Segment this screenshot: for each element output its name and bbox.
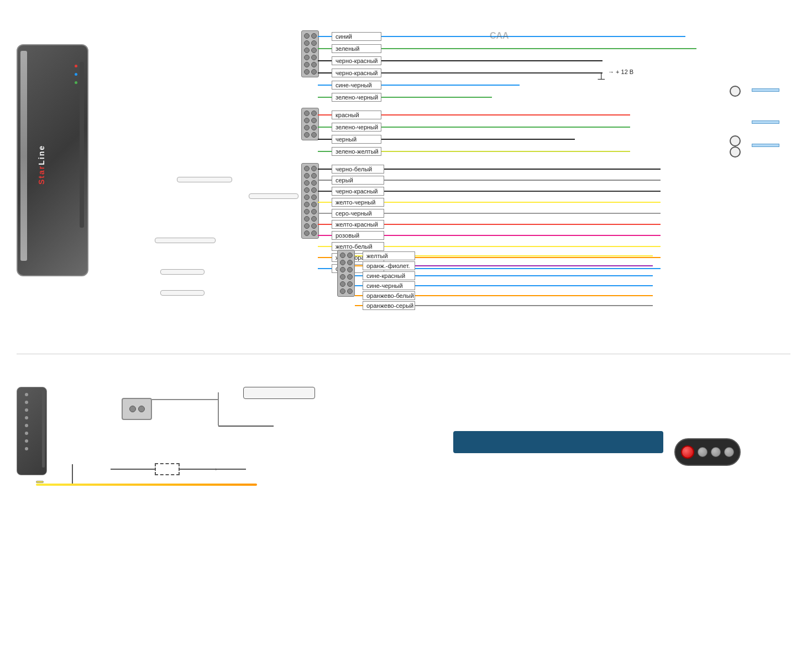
remote-btn-gray2 [711,447,721,457]
wire-оранжево-белый: оранжево-белый [363,291,415,300]
wire-красный: красный [332,111,381,119]
page-title [17,10,29,36]
fuse-75a-1 [752,120,779,124]
remote-btn-gray1 [698,447,708,457]
fuse-cap-2 [730,135,741,146]
ignition-connector-block [337,250,355,297]
main-device: StarLine [17,44,88,276]
section-divider [17,354,790,354]
heater-control-box [243,387,315,399]
wireline-blblk [318,85,332,86]
remote-control [674,438,741,466]
fuse-cap-3 [730,146,741,158]
fuse-cap-1 [730,86,741,97]
wire-желто-красный: желто-красный [332,220,384,229]
bottom-device [17,387,47,475]
wire-оранжево-серый: оранжево-серый [363,301,415,310]
remote-btn-red [681,445,694,459]
wire-зелено-черный-top: зелено-черный [332,93,381,102]
wire-сине-красный: сине-красный [363,271,415,280]
wire-сине-черный: сине-черный [332,81,381,90]
wire-зелено-желтый: зелено-желтый [332,147,381,156]
wireline-br2 [318,72,332,74]
power-connector-block [301,108,319,140]
heater-connector [122,398,152,420]
wire-желтый: желтый [363,251,415,260]
remote-btn-gray3 [724,447,734,457]
wireline-blue [318,36,332,37]
yellow-orange-wire-label [36,481,44,483]
device-label: StarLine [37,145,46,185]
fuse-75a-2 [752,144,779,147]
fuse-15a [752,88,779,92]
caa-text: CAA [490,31,509,41]
wire-желто-черный: желто-черный [332,198,384,207]
instruction-box [453,431,663,453]
led-label [160,290,205,296]
wireline-green [318,48,332,49]
wire-черный: черный [332,135,381,144]
wire-оранж-фиолет: оранж.-фиолет. [363,261,415,270]
main-connector-block [301,163,319,239]
transceiver-component [155,238,216,243]
wireline-gblk [318,97,332,98]
wire-зеленый: зеленый [332,44,381,53]
wireline-br1 [318,60,332,61]
temp-sensor-component [249,193,298,199]
ground-symbol: ⊥ [597,70,606,82]
wire-черно-красный-3: черно-красный [332,187,384,196]
antenna-component [177,177,232,182]
wire-черно-красный-2: черно-красный [332,69,381,77]
wire-синий: синий [332,32,381,41]
wire-зелено-черный: зелено-черный [332,123,381,132]
resistor-symbol [155,463,180,475]
desc-12v: → + 12 В [608,69,633,75]
wire-черно-белый: черно-белый [332,165,384,174]
wire-серый: серый [332,176,384,185]
wire-черно-красный-1: черно-красный [332,56,381,65]
wire-серо-черный: серо-черный [332,209,384,218]
wire-розовый: розовый [332,231,384,240]
wire-сине-черный-2: сине-черный [363,281,415,290]
service-btn-label [160,269,205,275]
top-connector-block [301,30,319,77]
